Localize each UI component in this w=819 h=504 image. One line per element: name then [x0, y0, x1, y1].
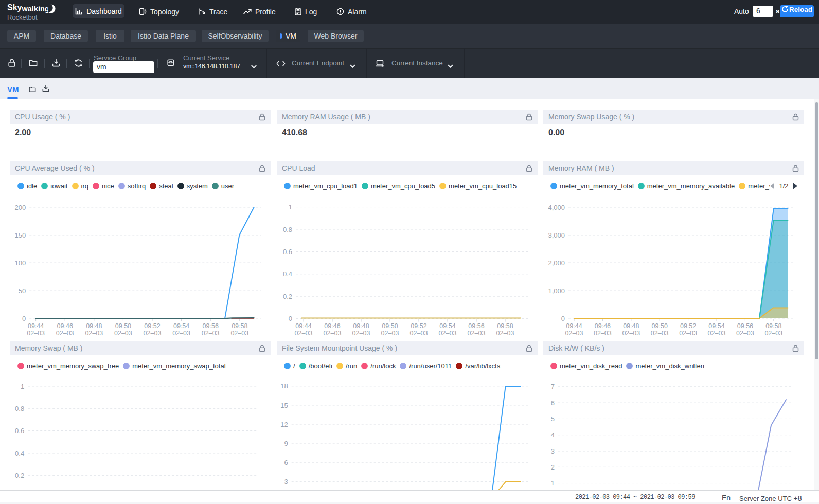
svg-text:09:48: 09:48: [623, 322, 639, 330]
svg-text:2,000: 2,000: [548, 259, 565, 267]
svg-text:1: 1: [21, 383, 24, 390]
svg-text:02–03: 02–03: [144, 330, 162, 337]
svg-text:02–03: 02–03: [439, 330, 457, 337]
svg-text:09:46: 09:46: [324, 322, 340, 330]
svg-text:02–03: 02–03: [27, 330, 45, 337]
svg-text:02–03: 02–03: [708, 330, 726, 337]
svg-text:09:44: 09:44: [566, 322, 582, 330]
svg-text:02–03: 02–03: [114, 330, 132, 337]
svg-text:09:50: 09:50: [115, 322, 131, 330]
svg-text:02–03: 02–03: [410, 330, 428, 337]
svg-text:02–03: 02–03: [352, 330, 370, 337]
svg-text:02–03: 02–03: [381, 330, 399, 337]
svg-text:5: 5: [551, 415, 555, 423]
svg-text:0.4: 0.4: [15, 449, 24, 457]
svg-text:0.8: 0.8: [283, 226, 292, 233]
svg-text:09:54: 09:54: [173, 322, 189, 330]
svg-text:09:56: 09:56: [737, 322, 753, 330]
svg-text:02–03: 02–03: [622, 330, 640, 337]
svg-text:0: 0: [22, 315, 26, 322]
svg-text:09:54: 09:54: [439, 322, 455, 330]
svg-text:0.6: 0.6: [283, 248, 292, 256]
svg-text:02–03: 02–03: [230, 330, 248, 337]
svg-text:18: 18: [280, 382, 288, 390]
svg-text:6: 6: [284, 459, 288, 466]
svg-text:0: 0: [289, 315, 292, 322]
svg-text:0.6: 0.6: [15, 427, 24, 435]
svg-text:02–03: 02–03: [679, 330, 697, 337]
svg-text:02–03: 02–03: [85, 330, 103, 337]
svg-text:6: 6: [551, 399, 555, 407]
svg-text:02–03: 02–03: [565, 330, 583, 337]
svg-text:09:48: 09:48: [86, 322, 102, 330]
svg-text:02–03: 02–03: [496, 330, 514, 337]
svg-text:02–03: 02–03: [651, 330, 669, 337]
svg-text:7: 7: [551, 383, 555, 390]
svg-text:3,000: 3,000: [548, 231, 565, 239]
svg-text:1: 1: [551, 479, 555, 487]
svg-text:150: 150: [15, 231, 26, 239]
svg-text:09:50: 09:50: [382, 322, 398, 330]
svg-text:3: 3: [284, 478, 288, 485]
svg-text:15: 15: [280, 402, 288, 409]
svg-text:12: 12: [280, 421, 288, 428]
svg-text:09:58: 09:58: [765, 322, 781, 330]
svg-text:50: 50: [19, 287, 26, 295]
svg-text:02–03: 02–03: [172, 330, 190, 337]
svg-text:02–03: 02–03: [324, 330, 342, 337]
svg-text:02–03: 02–03: [736, 330, 754, 337]
svg-text:2: 2: [551, 463, 555, 471]
svg-text:09:58: 09:58: [232, 322, 247, 330]
svg-text:0.8: 0.8: [15, 405, 24, 412]
svg-text:09:52: 09:52: [680, 322, 696, 330]
svg-text:0.2: 0.2: [15, 472, 24, 479]
svg-text:09:56: 09:56: [203, 322, 219, 330]
svg-text:200: 200: [15, 204, 26, 211]
svg-text:09:56: 09:56: [468, 322, 484, 330]
svg-text:09:52: 09:52: [144, 322, 160, 330]
svg-text:02–03: 02–03: [56, 330, 74, 337]
svg-text:09:52: 09:52: [411, 322, 426, 330]
svg-text:09:50: 09:50: [652, 322, 668, 330]
svg-text:0: 0: [561, 315, 565, 322]
svg-text:9: 9: [284, 440, 288, 447]
svg-text:02–03: 02–03: [468, 330, 486, 337]
svg-text:1: 1: [289, 203, 292, 211]
svg-text:4: 4: [551, 431, 555, 439]
svg-text:02–03: 02–03: [764, 330, 782, 337]
svg-text:100: 100: [15, 259, 26, 267]
svg-text:02–03: 02–03: [594, 330, 612, 337]
svg-text:09:44: 09:44: [28, 322, 44, 330]
svg-text:09:46: 09:46: [57, 322, 73, 330]
svg-text:0.4: 0.4: [283, 270, 292, 278]
svg-text:09:58: 09:58: [497, 322, 513, 330]
svg-text:3: 3: [551, 447, 555, 455]
svg-text:09:54: 09:54: [708, 322, 724, 330]
svg-text:09:46: 09:46: [595, 322, 611, 330]
svg-text:4,000: 4,000: [548, 204, 565, 211]
svg-text:02–03: 02–03: [295, 330, 313, 337]
svg-text:09:44: 09:44: [295, 322, 311, 330]
svg-text:1,000: 1,000: [548, 287, 565, 295]
svg-text:09:48: 09:48: [353, 322, 369, 330]
svg-text:0.2: 0.2: [283, 293, 292, 300]
svg-text:02–03: 02–03: [202, 330, 220, 337]
